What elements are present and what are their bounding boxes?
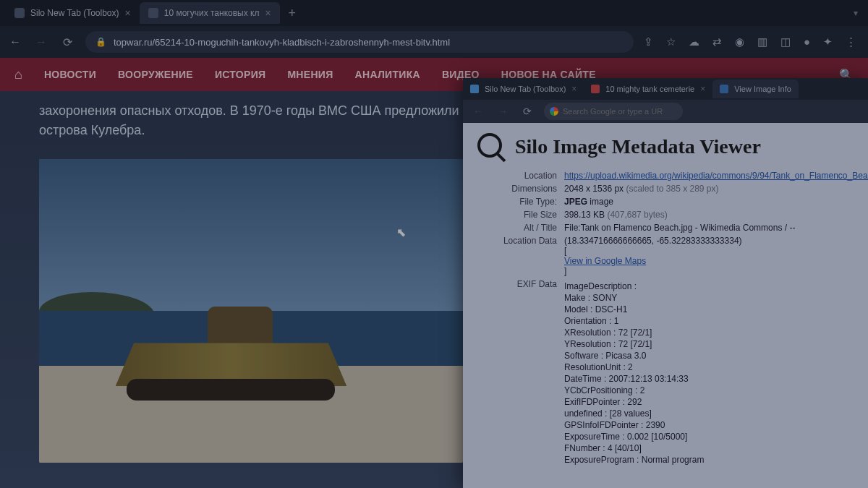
meta-value: File:Tank on Flamenco Beach.jpg - Wikime…	[564, 223, 854, 233]
forward-button[interactable]: →	[495, 106, 511, 117]
exif-row: Software : Picasa 3.0	[564, 350, 854, 361]
tab-favicon	[470, 85, 479, 93]
meta-label: Location	[477, 171, 564, 181]
exif-row: undefined : [28 values]	[564, 408, 854, 419]
bookmark-icon[interactable]: ☆	[666, 35, 676, 48]
close-icon[interactable]: ×	[265, 7, 271, 19]
exif-row: ExposureTime : 0.002 [10/5000]	[564, 431, 854, 442]
article-image[interactable]	[39, 159, 463, 463]
close-icon[interactable]: ×	[125, 7, 131, 19]
cloud-icon[interactable]: ☁	[689, 35, 699, 48]
exif-row: DateTime : 2007:12:13 03:14:33	[564, 373, 854, 385]
exif-row: XResolution : 72 [72/1]	[564, 327, 854, 338]
tab-title: View Image Info	[734, 85, 791, 93]
main-browser-chrome: Silo New Tab (Toolbox) × 10 могучих танк…	[0, 0, 868, 58]
tab-favicon	[591, 85, 600, 93]
tab-title: Silo New Tab (Toolbox)	[30, 8, 119, 18]
exif-row: YResolution : 72 [72/1]	[564, 338, 854, 350]
ext2-icon[interactable]: ▥	[757, 35, 767, 48]
nav-link[interactable]: ВООРУЖЕНИЕ	[118, 69, 193, 80]
viewer-title: Silo Image Metadata Viewer	[515, 135, 761, 158]
nav-link[interactable]: МНЕНИЯ	[287, 69, 333, 80]
win2-tab-article[interactable]: 10 mighty tank cemeterie ×	[584, 80, 712, 98]
tab-silo[interactable]: Silo New Tab (Toolbox) ×	[6, 2, 140, 24]
metadata-window: Silo New Tab (Toolbox) × 10 mighty tank …	[463, 78, 868, 488]
reload-button[interactable]: ⟳	[59, 35, 75, 49]
ext1-icon[interactable]: ◉	[735, 35, 744, 48]
new-tab-button[interactable]: +	[280, 6, 305, 21]
exif-row: ExposureProgram : Normal program	[564, 454, 854, 466]
exif-list: ImageDescription :Make : SONYModel : DSC…	[564, 281, 854, 466]
metadata-table: Location https://upload.wikimedia.org/wi…	[477, 169, 854, 467]
extensions-icon[interactable]: ✦	[823, 35, 833, 48]
win2-tab-strip: Silo New Tab (Toolbox) × 10 mighty tank …	[463, 78, 868, 100]
win2-address-bar: ← → ⟳	[463, 100, 868, 123]
meta-value: JPEG image	[564, 197, 854, 207]
tab-favicon	[720, 85, 728, 93]
exif-row: Model : DSC-H1	[564, 304, 854, 315]
exif-row: ResolutionUnit : 2	[564, 361, 854, 373]
meta-value: (18.334716666666665, -65.32283333333334)…	[564, 236, 854, 276]
tab-title: 10 mighty tank cemeterie	[605, 85, 694, 93]
url-field[interactable]: 🔒 topwar.ru/65214-10-moguchih-tankovyh-k…	[85, 31, 634, 53]
home-icon[interactable]: ⌂	[14, 67, 22, 82]
exif-row: ImageDescription :	[564, 281, 854, 292]
profile-icon[interactable]: ●	[804, 35, 810, 48]
sync-icon[interactable]: ⇄	[712, 35, 722, 48]
reload-button[interactable]: ⟳	[519, 106, 535, 117]
meta-label: File Size	[477, 210, 564, 220]
meta-label: Dimensions	[477, 184, 564, 194]
menu-icon[interactable]: ⋮	[846, 35, 856, 48]
install-icon[interactable]: ⇪	[644, 35, 653, 48]
exif-row: GPSInfoIFDPointer : 2390	[564, 419, 854, 431]
url-text: topwar.ru/65214-10-moguchih-tankovyh-kla…	[114, 37, 450, 48]
tab-favicon	[148, 8, 158, 18]
back-button[interactable]: ←	[470, 106, 486, 117]
address-bar: ← → ⟳ 🔒 topwar.ru/65214-10-moguchih-tank…	[0, 26, 868, 58]
tab-strip: Silo New Tab (Toolbox) × 10 могучих танк…	[0, 0, 868, 26]
close-icon[interactable]: ×	[571, 84, 576, 94]
toolbar-icons: ⇪ ☆ ☁ ⇄ ◉ ▥ ◫ ● ✦ ⋮	[644, 35, 861, 48]
exif-row: ExifIFDPointer : 292	[564, 396, 854, 408]
tabs-dropdown-icon[interactable]: ▾	[854, 8, 858, 18]
ext3-icon[interactable]: ◫	[780, 35, 791, 48]
tab-favicon	[14, 8, 25, 18]
win2-tab-silo[interactable]: Silo New Tab (Toolbox) ×	[463, 80, 584, 98]
nav-link[interactable]: АНАЛИТИКА	[355, 69, 420, 80]
nav-link[interactable]: ИСТОРИЯ	[215, 69, 265, 80]
meta-label: Location Data	[477, 236, 564, 276]
tab-title: 10 могучих танковых кл	[164, 8, 260, 18]
back-button[interactable]: ←	[7, 35, 23, 48]
exif-row: FNumber : 4 [40/10]	[564, 442, 854, 454]
meta-label: Alt / Title	[477, 223, 564, 233]
forward-button[interactable]: →	[33, 35, 49, 48]
tab-title: Silo New Tab (Toolbox)	[485, 85, 566, 93]
win2-tab-viewinfo[interactable]: View Image Info	[712, 80, 799, 98]
location-link[interactable]: https://upload.wikimedia.org/wikipedia/c…	[564, 171, 868, 181]
metadata-viewer: Silo Image Metadata Viewer Location http…	[463, 123, 868, 488]
search-input[interactable]	[544, 103, 683, 120]
nav-link[interactable]: НОВОСТИ	[44, 69, 96, 80]
tab-article[interactable]: 10 могучих танковых кл ×	[140, 2, 280, 24]
maps-link[interactable]: View in Google Maps	[564, 256, 646, 266]
meta-value: 398.13 KB (407,687 bytes)	[564, 210, 854, 220]
lock-icon: 🔒	[95, 37, 106, 47]
exif-row: Make : SONY	[564, 292, 854, 304]
meta-label: File Type:	[477, 197, 564, 207]
exif-row: YCbCrPositioning : 2	[564, 385, 854, 396]
close-icon[interactable]: ×	[700, 84, 705, 94]
meta-label: EXIF Data	[477, 279, 564, 466]
exif-row: Orientation : 1	[564, 315, 854, 327]
magnifier-icon	[477, 133, 505, 160]
meta-value: 2048 x 1536 px (scaled to 385 x 289 px)	[564, 184, 854, 194]
